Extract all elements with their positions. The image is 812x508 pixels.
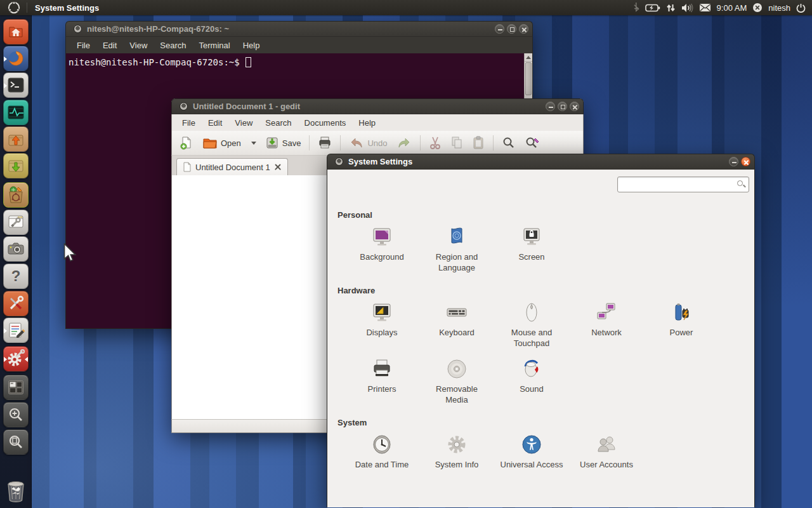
trash-icon[interactable] xyxy=(3,479,29,504)
help-icon[interactable]: ? xyxy=(3,264,29,289)
paste-button[interactable] xyxy=(468,133,488,152)
battery-icon[interactable] xyxy=(645,0,660,15)
settings-item-sound[interactable]: Sound xyxy=(494,358,569,405)
network-arrows-icon[interactable] xyxy=(666,0,676,15)
ubuntu-logo-icon[interactable] xyxy=(8,1,20,14)
menu-documents[interactable]: Documents xyxy=(298,116,353,130)
settings-item-system-info[interactable]: System Info xyxy=(419,433,494,470)
settings-item-keyboard[interactable]: Keyboard xyxy=(419,301,494,349)
search-input[interactable] xyxy=(617,177,749,192)
window-tools-icon[interactable] xyxy=(3,210,29,235)
gedit-window-icon xyxy=(180,102,188,110)
new-document-button[interactable] xyxy=(176,133,197,152)
menu-view[interactable]: View xyxy=(228,116,259,130)
clock-label[interactable]: 9:00 AM xyxy=(717,3,747,13)
settings-item-mouse-touchpad[interactable]: Mouse and Touchpad xyxy=(494,301,569,349)
mail-icon[interactable] xyxy=(699,0,711,15)
terminal-prompt: nitesh@nitesh-HP-Compaq-6720s:~$ xyxy=(69,57,240,67)
system-settings-launcher-icon[interactable] xyxy=(3,346,29,371)
tab-untitled-document[interactable]: Untitled Document 1 xyxy=(176,158,288,175)
menu-terminal[interactable]: Terminal xyxy=(193,39,236,52)
settings-item-label: System Info xyxy=(424,459,490,470)
document-search-icon[interactable] xyxy=(3,429,29,455)
settings-item-region-language[interactable]: Region and Language xyxy=(419,225,494,273)
running-indicator xyxy=(4,83,7,88)
power-icon[interactable] xyxy=(796,0,806,15)
gedit-titlebar[interactable]: Untitled Document 1 - gedit xyxy=(171,98,584,114)
redo-button[interactable] xyxy=(393,133,416,152)
settings-item-removable-media[interactable]: Removable Media xyxy=(419,358,494,405)
settings-item-user-accounts[interactable]: User Accounts xyxy=(569,433,644,470)
settings-item-label: Removable Media xyxy=(424,384,490,405)
settings-item-date-time[interactable]: Date and Time xyxy=(344,433,419,470)
copy-icon xyxy=(450,136,463,150)
scroll-up-icon[interactable] xyxy=(525,53,532,62)
settings-item-printers[interactable]: Printers xyxy=(344,358,419,405)
username-label[interactable]: nitesh xyxy=(768,3,790,13)
home-folder-icon[interactable] xyxy=(3,19,29,44)
tab-close-icon[interactable] xyxy=(274,163,282,171)
close-icon[interactable] xyxy=(519,24,528,34)
close-icon[interactable] xyxy=(570,102,579,111)
minimize-icon[interactable] xyxy=(546,102,555,111)
settings-item-label: Date and Time xyxy=(349,459,415,470)
save-button[interactable]: Save xyxy=(261,133,305,152)
system-settings-window[interactable]: System Settings Personal xyxy=(327,154,755,508)
settings-item-label: Mouse and Touchpad xyxy=(499,327,565,349)
region-language-icon xyxy=(445,225,468,248)
replace-button[interactable] xyxy=(521,133,544,152)
terminal-launcher-icon[interactable] xyxy=(3,72,29,98)
copy-button[interactable] xyxy=(447,133,467,152)
package-down-icon[interactable] xyxy=(3,153,29,178)
menu-search[interactable]: Search xyxy=(154,39,192,52)
menu-search[interactable]: Search xyxy=(259,116,298,130)
minimize-icon[interactable] xyxy=(729,157,738,166)
menu-help[interactable]: Help xyxy=(237,39,266,52)
new-document-icon xyxy=(180,136,193,150)
status-icon[interactable] xyxy=(752,0,763,15)
screenshot-icon[interactable] xyxy=(3,236,29,262)
menu-edit[interactable]: Edit xyxy=(97,39,122,52)
package-up-icon[interactable] xyxy=(3,126,29,152)
settings-item-network[interactable]: Network xyxy=(569,301,644,349)
software-center-icon[interactable] xyxy=(3,182,29,208)
menu-file[interactable]: File xyxy=(71,39,96,52)
settings-item-displays[interactable]: Displays xyxy=(344,301,419,349)
volume-icon[interactable] xyxy=(681,0,693,15)
firefox-icon[interactable] xyxy=(3,46,29,71)
system-monitor-icon[interactable] xyxy=(3,100,29,125)
settings-item-label: Power xyxy=(648,327,714,338)
workspace-switcher-icon[interactable] xyxy=(3,375,29,400)
undo-button[interactable]: Undo xyxy=(345,133,391,152)
tools-icon[interactable] xyxy=(3,291,29,316)
section-heading-system: System xyxy=(327,418,754,427)
redo-icon xyxy=(396,136,412,150)
removable-media-icon xyxy=(445,358,468,380)
settings-titlebar[interactable]: System Settings xyxy=(327,154,755,170)
maximize-icon[interactable] xyxy=(558,102,567,111)
sound-icon xyxy=(520,358,543,380)
settings-item-screen[interactable]: Screen xyxy=(494,225,569,273)
cut-button[interactable] xyxy=(425,133,445,152)
open-button[interactable]: Open xyxy=(199,133,245,152)
scrollbar-thumb[interactable] xyxy=(525,62,532,95)
notes-icon[interactable] xyxy=(3,318,29,343)
minimize-icon[interactable] xyxy=(495,24,504,34)
background-icon xyxy=(370,225,393,248)
menu-edit[interactable]: Edit xyxy=(202,116,228,130)
open-dropdown-button[interactable] xyxy=(246,139,260,147)
terminal-titlebar[interactable]: nitesh@nitesh-HP-Compaq-6720s: ~ xyxy=(65,21,533,37)
zoom-in-icon[interactable] xyxy=(3,402,29,427)
desktop: nitesh@nitesh-HP-Compaq-6720s: ~ File Ed… xyxy=(0,0,812,508)
maximize-icon[interactable] xyxy=(507,24,516,34)
menu-view[interactable]: View xyxy=(124,39,153,52)
close-icon[interactable] xyxy=(741,157,750,166)
menu-help[interactable]: Help xyxy=(352,116,382,130)
menu-file[interactable]: File xyxy=(176,116,202,130)
bluetooth-icon[interactable] xyxy=(633,0,639,15)
print-button[interactable] xyxy=(314,133,336,152)
find-button[interactable] xyxy=(498,133,520,152)
settings-item-power[interactable]: Power xyxy=(644,301,719,349)
settings-item-background[interactable]: Background xyxy=(344,225,419,273)
settings-item-universal-access[interactable]: Universal Access xyxy=(494,433,569,470)
